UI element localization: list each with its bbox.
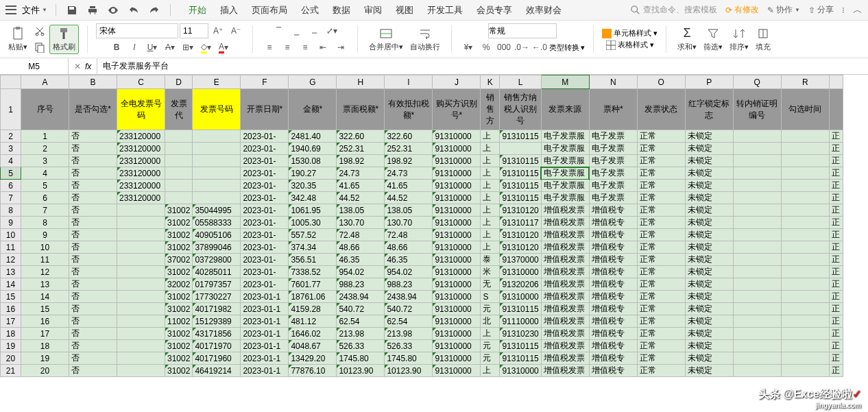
cell-P5[interactable]: 未锁定 xyxy=(685,167,733,180)
cell-O6[interactable]: 正常 xyxy=(637,180,685,192)
cell-D16[interactable]: 31002 xyxy=(165,303,193,315)
cell-21[interactable]: 正 xyxy=(829,365,843,377)
sum-button[interactable]: Σ求和▾ xyxy=(675,25,699,53)
cell-J3[interactable]: 91310000 xyxy=(433,143,481,155)
cell-D15[interactable]: 31002 xyxy=(165,291,193,303)
font-size-select[interactable] xyxy=(180,23,208,38)
cell-M21[interactable]: 增值税发票 xyxy=(541,365,589,377)
cell-K11[interactable]: 上 xyxy=(481,241,500,254)
cell-P15[interactable]: 未锁定 xyxy=(685,291,733,303)
cell-K7[interactable]: 上 xyxy=(481,192,500,204)
copy-icon[interactable] xyxy=(32,40,48,55)
cell-K10[interactable]: 上 xyxy=(481,229,500,241)
cell-Q4[interactable] xyxy=(733,155,781,167)
cell-M9[interactable]: 增值税发票 xyxy=(541,217,589,229)
cell-O2[interactable]: 正常 xyxy=(637,130,685,143)
cell-J2[interactable]: 91310000 xyxy=(433,130,481,143)
cell-A8[interactable]: 7 xyxy=(21,204,69,217)
cell-A18[interactable]: 17 xyxy=(21,328,69,340)
cell-R17[interactable] xyxy=(781,315,829,328)
cell-J15[interactable]: 91310000 xyxy=(433,291,481,303)
cell-R9[interactable] xyxy=(781,217,829,229)
cell-H20[interactable]: 1745.80 xyxy=(337,352,385,365)
cell-G16[interactable]: 4159.28 xyxy=(289,303,337,315)
tab-insert[interactable]: 插入 xyxy=(220,4,238,16)
cell-Q19[interactable] xyxy=(733,340,781,352)
cell-6[interactable]: 正 xyxy=(829,180,843,192)
print-icon[interactable] xyxy=(85,3,100,18)
cell-M10[interactable]: 增值税发票 xyxy=(541,229,589,241)
header-cell[interactable]: 发票号码 xyxy=(193,89,241,130)
cell-D14[interactable]: 32002 xyxy=(165,278,193,291)
decrease-decimal-icon[interactable]: ←.0 xyxy=(531,40,548,55)
cell-O18[interactable]: 正常 xyxy=(637,328,685,340)
cell-H11[interactable]: 48.66 xyxy=(337,241,385,254)
row-head-9[interactable]: 9 xyxy=(1,217,21,229)
font-name-select[interactable] xyxy=(96,23,178,38)
col-head-E[interactable]: E xyxy=(193,75,241,89)
cell-P2[interactable]: 未锁定 xyxy=(685,130,733,143)
row-head-3[interactable]: 3 xyxy=(1,143,21,155)
cell-J9[interactable]: 91310000 xyxy=(433,217,481,229)
undo-icon[interactable] xyxy=(126,3,141,18)
row-head-17[interactable]: 17 xyxy=(1,315,21,328)
cell-L6[interactable]: 91310115 xyxy=(500,180,541,192)
border-icon[interactable]: ⊞▾ xyxy=(180,40,196,55)
cell-Q18[interactable] xyxy=(733,328,781,340)
cell-L8[interactable]: 91310120 xyxy=(500,204,541,217)
decrease-font-icon[interactable]: A⁻ xyxy=(228,23,244,38)
cell-A15[interactable]: 14 xyxy=(21,291,69,303)
cell-K9[interactable]: 上 xyxy=(481,217,500,229)
header-cell[interactable]: 销售方纳税人识别号 xyxy=(500,89,541,130)
cell-L16[interactable]: 91310115 xyxy=(500,303,541,315)
cell-I21[interactable]: 10123.90 xyxy=(385,365,433,377)
cell-N7[interactable]: 电子发票 xyxy=(589,192,637,204)
cell-L13[interactable]: 91310000 xyxy=(500,266,541,278)
tab-dev[interactable]: 开发工具 xyxy=(427,4,463,16)
cell-10[interactable]: 正 xyxy=(829,229,843,241)
cell-J10[interactable]: 91310000 xyxy=(433,229,481,241)
cell-C8[interactable] xyxy=(117,204,165,217)
cell-L21[interactable]: 91310000 xyxy=(500,365,541,377)
cell-E6[interactable] xyxy=(193,180,241,192)
cell-A17[interactable]: 16 xyxy=(21,315,69,328)
cell-J7[interactable]: 91310000 xyxy=(433,192,481,204)
col-head-B[interactable]: B xyxy=(69,75,117,89)
cell-B15[interactable]: 否 xyxy=(69,291,117,303)
cell-I5[interactable]: 24.73 xyxy=(385,167,433,180)
cell-J4[interactable]: 91310000 xyxy=(433,155,481,167)
cell-D4[interactable] xyxy=(165,155,193,167)
currency-icon[interactable]: ¥▾ xyxy=(460,40,477,55)
increase-font-icon[interactable]: A⁺ xyxy=(210,23,226,38)
cell-J18[interactable]: 91310000 xyxy=(433,328,481,340)
comma-icon[interactable]: 000 xyxy=(496,40,512,55)
cell-A3[interactable]: 2 xyxy=(21,143,69,155)
cell-F17[interactable]: 2023-01-1 xyxy=(241,315,289,328)
col-head-K[interactable]: K xyxy=(481,75,500,89)
align-top-icon[interactable]: ⎺ xyxy=(270,23,287,38)
cell-N6[interactable]: 电子发票 xyxy=(589,180,637,192)
cell-Q8[interactable] xyxy=(733,204,781,217)
cell-A6[interactable]: 5 xyxy=(21,180,69,192)
cell-7[interactable]: 正 xyxy=(829,192,843,204)
cell-H19[interactable]: 526.33 xyxy=(337,340,385,352)
hamburger-icon[interactable] xyxy=(5,5,16,16)
cell-K19[interactable]: 元 xyxy=(481,340,500,352)
cell-B12[interactable]: 否 xyxy=(69,254,117,266)
cell-K20[interactable]: 元 xyxy=(481,352,500,365)
indent-left-icon[interactable]: ⇤ xyxy=(315,40,331,55)
cell-L2[interactable]: 91310115 xyxy=(500,130,541,143)
cell-Q3[interactable] xyxy=(733,143,781,155)
cell-C6[interactable]: 233120000 xyxy=(117,180,165,192)
cell-B3[interactable]: 否 xyxy=(69,143,117,155)
row-head-2[interactable]: 2 xyxy=(1,130,21,143)
cell-H21[interactable]: 10123.90 xyxy=(337,365,385,377)
cell-J21[interactable]: 91310000 xyxy=(433,365,481,377)
cell-N18[interactable]: 增值税专 xyxy=(589,328,637,340)
cell-P14[interactable]: 未锁定 xyxy=(685,278,733,291)
cell-L3[interactable] xyxy=(500,143,541,155)
cell-format-button[interactable]: 单元格样式▾ xyxy=(602,28,658,38)
cell-F14[interactable]: 2023-01- xyxy=(241,278,289,291)
cell-I14[interactable]: 988.23 xyxy=(385,278,433,291)
cell-O15[interactable]: 正常 xyxy=(637,291,685,303)
